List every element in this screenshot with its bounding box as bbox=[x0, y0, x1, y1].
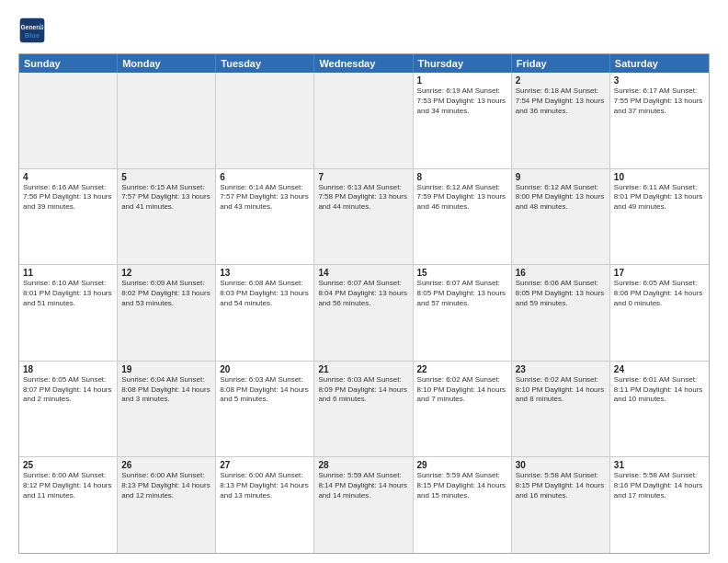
day-info: Sunrise: 6:03 AM Sunset: 8:09 PM Dayligh… bbox=[318, 375, 408, 405]
calendar-row-3: 11Sunrise: 6:10 AM Sunset: 8:01 PM Dayli… bbox=[19, 265, 709, 362]
day-number: 18 bbox=[23, 364, 113, 374]
day-number: 14 bbox=[318, 268, 408, 278]
calendar-row-4: 18Sunrise: 6:05 AM Sunset: 8:07 PM Dayli… bbox=[19, 362, 709, 458]
day-cell-10: 10Sunrise: 6:11 AM Sunset: 8:01 PM Dayli… bbox=[610, 169, 709, 265]
day-number: 6 bbox=[220, 172, 310, 182]
day-cell-13: 13Sunrise: 6:08 AM Sunset: 8:03 PM Dayli… bbox=[216, 265, 314, 361]
day-info: Sunrise: 5:59 AM Sunset: 8:15 PM Dayligh… bbox=[417, 471, 507, 500]
day-info: Sunrise: 6:18 AM Sunset: 7:54 PM Dayligh… bbox=[516, 86, 606, 116]
day-cell-22: 22Sunrise: 6:02 AM Sunset: 8:10 PM Dayli… bbox=[414, 362, 512, 457]
weekday-header-saturday: Saturday bbox=[610, 54, 709, 73]
day-cell-6: 6Sunrise: 6:14 AM Sunset: 7:57 PM Daylig… bbox=[216, 169, 314, 265]
day-info: Sunrise: 6:15 AM Sunset: 7:57 PM Dayligh… bbox=[121, 183, 211, 213]
day-info: Sunrise: 6:13 AM Sunset: 7:58 PM Dayligh… bbox=[318, 183, 408, 213]
day-info: Sunrise: 6:17 AM Sunset: 7:55 PM Dayligh… bbox=[614, 86, 705, 116]
day-cell-31: 31Sunrise: 5:58 AM Sunset: 8:16 PM Dayli… bbox=[610, 457, 709, 553]
day-number: 11 bbox=[23, 268, 113, 278]
day-cell-8: 8Sunrise: 6:12 AM Sunset: 7:59 PM Daylig… bbox=[414, 169, 512, 265]
day-number: 12 bbox=[121, 268, 211, 278]
day-cell-1: 1Sunrise: 6:19 AM Sunset: 7:53 PM Daylig… bbox=[414, 73, 512, 168]
day-info: Sunrise: 6:03 AM Sunset: 8:08 PM Dayligh… bbox=[220, 375, 310, 405]
day-number: 15 bbox=[417, 268, 507, 278]
day-number: 4 bbox=[23, 172, 113, 182]
day-number: 22 bbox=[417, 364, 507, 374]
day-cell-25: 25Sunrise: 6:00 AM Sunset: 8:12 PM Dayli… bbox=[19, 457, 118, 553]
day-info: Sunrise: 6:12 AM Sunset: 7:59 PM Dayligh… bbox=[417, 183, 507, 213]
weekday-header-friday: Friday bbox=[512, 54, 610, 73]
day-number: 31 bbox=[614, 460, 705, 470]
day-cell-28: 28Sunrise: 5:59 AM Sunset: 8:14 PM Dayli… bbox=[314, 457, 413, 553]
day-info: Sunrise: 6:14 AM Sunset: 7:57 PM Dayligh… bbox=[220, 183, 310, 213]
page: General Blue SundayMondayTuesdayWednesda… bbox=[0, 0, 728, 563]
day-cell-15: 15Sunrise: 6:07 AM Sunset: 8:05 PM Dayli… bbox=[414, 265, 512, 361]
day-info: Sunrise: 6:07 AM Sunset: 8:04 PM Dayligh… bbox=[318, 279, 408, 308]
day-info: Sunrise: 5:59 AM Sunset: 8:14 PM Dayligh… bbox=[318, 471, 408, 500]
day-number: 2 bbox=[516, 75, 606, 86]
day-cell-9: 9Sunrise: 6:12 AM Sunset: 8:00 PM Daylig… bbox=[512, 169, 610, 265]
weekday-header-tuesday: Tuesday bbox=[216, 54, 314, 73]
day-number: 27 bbox=[220, 460, 310, 470]
empty-cell bbox=[118, 73, 216, 168]
day-info: Sunrise: 6:02 AM Sunset: 8:10 PM Dayligh… bbox=[417, 375, 507, 405]
day-cell-16: 16Sunrise: 6:06 AM Sunset: 8:05 PM Dayli… bbox=[512, 265, 610, 361]
logo-icon: General Blue bbox=[18, 17, 46, 44]
day-info: Sunrise: 6:08 AM Sunset: 8:03 PM Dayligh… bbox=[220, 279, 310, 308]
day-cell-4: 4Sunrise: 6:16 AM Sunset: 7:56 PM Daylig… bbox=[19, 169, 118, 265]
day-info: Sunrise: 6:09 AM Sunset: 8:02 PM Dayligh… bbox=[121, 279, 211, 308]
calendar-row-2: 4Sunrise: 6:16 AM Sunset: 7:56 PM Daylig… bbox=[19, 169, 709, 266]
day-number: 17 bbox=[614, 268, 705, 278]
day-cell-21: 21Sunrise: 6:03 AM Sunset: 8:09 PM Dayli… bbox=[314, 362, 413, 457]
day-info: Sunrise: 6:01 AM Sunset: 8:11 PM Dayligh… bbox=[614, 375, 705, 405]
day-info: Sunrise: 6:19 AM Sunset: 7:53 PM Dayligh… bbox=[417, 86, 507, 116]
day-info: Sunrise: 6:00 AM Sunset: 8:13 PM Dayligh… bbox=[121, 471, 211, 500]
day-info: Sunrise: 6:10 AM Sunset: 8:01 PM Dayligh… bbox=[23, 279, 113, 308]
day-cell-27: 27Sunrise: 6:00 AM Sunset: 8:13 PM Dayli… bbox=[216, 457, 314, 553]
day-number: 1 bbox=[417, 75, 507, 86]
calendar: SundayMondayTuesdayWednesdayThursdayFrid… bbox=[18, 53, 710, 554]
day-info: Sunrise: 6:06 AM Sunset: 8:05 PM Dayligh… bbox=[516, 279, 606, 308]
day-number: 9 bbox=[516, 172, 606, 182]
day-number: 26 bbox=[121, 460, 211, 470]
empty-cell bbox=[19, 73, 118, 168]
empty-cell bbox=[314, 73, 413, 168]
day-cell-29: 29Sunrise: 5:59 AM Sunset: 8:15 PM Dayli… bbox=[414, 457, 512, 553]
day-cell-5: 5Sunrise: 6:15 AM Sunset: 7:57 PM Daylig… bbox=[118, 169, 216, 265]
day-info: Sunrise: 5:58 AM Sunset: 8:16 PM Dayligh… bbox=[614, 471, 705, 500]
calendar-header: SundayMondayTuesdayWednesdayThursdayFrid… bbox=[19, 54, 709, 73]
day-number: 7 bbox=[318, 172, 408, 182]
day-cell-14: 14Sunrise: 6:07 AM Sunset: 8:04 PM Dayli… bbox=[314, 265, 413, 361]
day-number: 5 bbox=[121, 172, 211, 182]
day-cell-3: 3Sunrise: 6:17 AM Sunset: 7:55 PM Daylig… bbox=[610, 73, 709, 168]
day-cell-18: 18Sunrise: 6:05 AM Sunset: 8:07 PM Dayli… bbox=[19, 362, 118, 457]
day-cell-19: 19Sunrise: 6:04 AM Sunset: 8:08 PM Dayli… bbox=[118, 362, 216, 457]
day-info: Sunrise: 6:12 AM Sunset: 8:00 PM Dayligh… bbox=[516, 183, 606, 213]
day-info: Sunrise: 6:05 AM Sunset: 8:07 PM Dayligh… bbox=[23, 375, 113, 405]
day-number: 25 bbox=[23, 460, 113, 470]
day-cell-26: 26Sunrise: 6:00 AM Sunset: 8:13 PM Dayli… bbox=[118, 457, 216, 553]
day-cell-2: 2Sunrise: 6:18 AM Sunset: 7:54 PM Daylig… bbox=[512, 73, 610, 168]
calendar-body: 1Sunrise: 6:19 AM Sunset: 7:53 PM Daylig… bbox=[19, 73, 709, 553]
day-number: 19 bbox=[121, 364, 211, 374]
empty-cell bbox=[216, 73, 314, 168]
weekday-header-sunday: Sunday bbox=[19, 54, 118, 73]
day-number: 10 bbox=[614, 172, 705, 182]
day-cell-11: 11Sunrise: 6:10 AM Sunset: 8:01 PM Dayli… bbox=[19, 265, 118, 361]
day-cell-30: 30Sunrise: 5:58 AM Sunset: 8:15 PM Dayli… bbox=[512, 457, 610, 553]
day-cell-7: 7Sunrise: 6:13 AM Sunset: 7:58 PM Daylig… bbox=[314, 169, 413, 265]
day-info: Sunrise: 6:11 AM Sunset: 8:01 PM Dayligh… bbox=[614, 183, 705, 213]
day-info: Sunrise: 5:58 AM Sunset: 8:15 PM Dayligh… bbox=[516, 471, 606, 500]
day-cell-24: 24Sunrise: 6:01 AM Sunset: 8:11 PM Dayli… bbox=[610, 362, 709, 457]
day-cell-20: 20Sunrise: 6:03 AM Sunset: 8:08 PM Dayli… bbox=[216, 362, 314, 457]
day-info: Sunrise: 6:05 AM Sunset: 8:06 PM Dayligh… bbox=[614, 279, 705, 308]
day-number: 8 bbox=[417, 172, 507, 182]
day-info: Sunrise: 6:16 AM Sunset: 7:56 PM Dayligh… bbox=[23, 183, 113, 213]
day-info: Sunrise: 6:00 AM Sunset: 8:12 PM Dayligh… bbox=[23, 471, 113, 500]
header: General Blue bbox=[18, 17, 710, 44]
day-number: 21 bbox=[318, 364, 408, 374]
weekday-header-monday: Monday bbox=[118, 54, 216, 73]
day-info: Sunrise: 6:02 AM Sunset: 8:10 PM Dayligh… bbox=[516, 375, 606, 405]
day-cell-12: 12Sunrise: 6:09 AM Sunset: 8:02 PM Dayli… bbox=[118, 265, 216, 361]
day-number: 28 bbox=[318, 460, 408, 470]
day-cell-17: 17Sunrise: 6:05 AM Sunset: 8:06 PM Dayli… bbox=[610, 265, 709, 361]
svg-text:Blue: Blue bbox=[25, 31, 40, 40]
